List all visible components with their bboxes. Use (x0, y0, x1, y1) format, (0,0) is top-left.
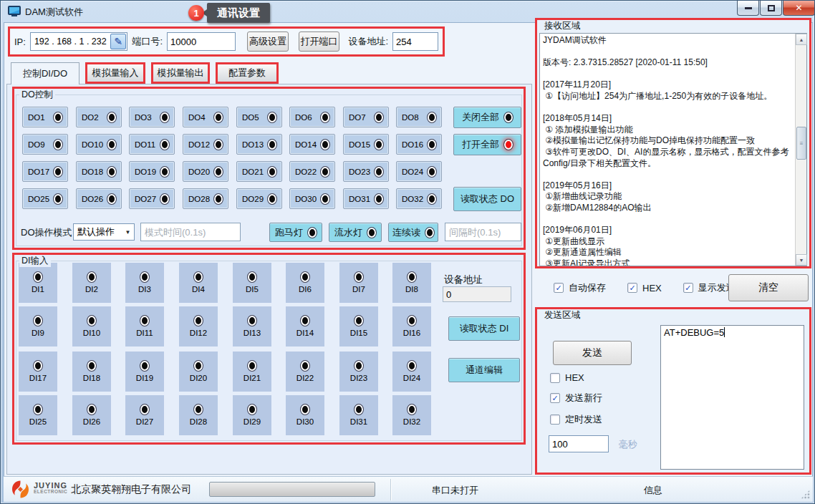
tab-control-dido[interactable]: 控制DI/DO (11, 62, 79, 84)
channel-edit-button[interactable]: 通道编辑 (448, 358, 520, 382)
checkbox-icon[interactable]: ✓ (627, 283, 637, 293)
checkbox-label: HEX (565, 372, 584, 383)
checkbox-icon[interactable]: ✓ (550, 393, 560, 403)
open-all-button[interactable]: 打开全部 (453, 134, 521, 155)
di-led-icon (248, 272, 256, 282)
port-input[interactable] (167, 32, 236, 51)
do-channel-button[interactable]: DO8 (396, 107, 442, 127)
do-led-icon (54, 194, 62, 204)
di-channel-label: DI7 (352, 285, 365, 294)
send-option-checkbox[interactable]: 定时发送 (550, 413, 602, 426)
di-channel-tile: DI22 (286, 352, 324, 392)
device-address-input[interactable] (392, 32, 438, 51)
checkbox-icon[interactable]: ✓ (683, 283, 693, 293)
do-channel-button[interactable]: DO32 (396, 188, 442, 209)
do-channel-button[interactable]: DO26 (76, 188, 122, 209)
do-led-icon (375, 194, 383, 204)
di-device-address-input[interactable] (443, 286, 511, 302)
do-channel-button[interactable]: DO18 (76, 161, 122, 182)
di-led-icon (194, 404, 203, 415)
do-channel-button[interactable]: DO24 (396, 161, 442, 182)
scroll-down-button[interactable]: ▼ (796, 254, 807, 266)
do-channel-button[interactable]: DO21 (236, 161, 282, 182)
do-channel-button[interactable]: DO14 (289, 134, 335, 155)
checkbox-icon[interactable] (550, 415, 560, 425)
flow-light-button[interactable]: 流水灯 (329, 223, 382, 242)
read-di-status-button[interactable]: 读取状态 DI (448, 316, 520, 341)
do-channel-button[interactable]: DO1 (22, 107, 68, 127)
receive-scrollbar[interactable]: ▲ ≡ ▼ (795, 34, 806, 266)
do-channel-button[interactable]: DO17 (22, 161, 68, 182)
do-channel-label: DO29 (242, 195, 264, 203)
receive-log[interactable]: JYDAM调试软件 版本号: 2.3.7315.28527 [2020-01-1… (539, 33, 807, 266)
open-all-led-icon (504, 140, 513, 150)
do-channel-button[interactable]: DO5 (236, 107, 282, 127)
do-channel-button[interactable]: DO23 (343, 161, 389, 182)
di-channel-label: DI24 (403, 374, 420, 382)
send-interval-input[interactable] (549, 435, 609, 452)
receive-option-checkbox[interactable]: ✓HEX (627, 281, 662, 294)
do-channel-button[interactable]: DO3 (129, 107, 175, 127)
do-channel-button[interactable]: DO19 (129, 161, 175, 182)
do-channel-button[interactable]: DO16 (396, 134, 442, 155)
minimize-button[interactable] (737, 1, 759, 16)
receive-option-checkbox[interactable]: ✓显示发送 (683, 281, 736, 294)
ip-input[interactable]: 192 . 168 . 1 . 232 ✎ (30, 32, 128, 51)
scrollbar-thumb[interactable]: ≡ (796, 127, 806, 160)
marquee-button[interactable]: 跑马灯 (269, 223, 322, 242)
do-channel-button[interactable]: DO9 (22, 134, 68, 155)
tab-analog-output[interactable]: 模拟量输出 (151, 62, 210, 84)
do-channel-button[interactable]: DO22 (289, 161, 335, 182)
receive-option-checkbox[interactable]: ✓自动保存 (554, 281, 606, 294)
do-channel-button[interactable]: DO11 (129, 134, 175, 155)
do-channel-button[interactable]: DO6 (289, 107, 335, 127)
maximize-button[interactable] (760, 1, 782, 16)
di-channel-label: DI17 (29, 374, 47, 382)
di-led-icon (87, 404, 96, 415)
do-channel-button[interactable]: DO30 (289, 188, 335, 209)
do-led-icon (428, 140, 436, 150)
do-channel-button[interactable]: DO20 (183, 161, 228, 182)
do-channel-button[interactable]: DO4 (183, 107, 228, 127)
do-channel-button[interactable]: DO27 (129, 188, 175, 209)
do-channel-button[interactable]: DO31 (343, 188, 389, 209)
read-do-status-button[interactable]: 读取状态 DO (453, 187, 521, 211)
do-channel-button[interactable]: DO28 (183, 188, 228, 209)
do-channel-button[interactable]: DO2 (76, 107, 122, 127)
do-channel-button[interactable]: DO12 (183, 134, 228, 155)
di-channel-tile: DI8 (392, 263, 431, 303)
do-channel-button[interactable]: DO29 (236, 188, 282, 209)
checkbox-icon[interactable]: ✓ (554, 283, 564, 293)
open-port-button[interactable]: 打开端口 (299, 32, 340, 52)
do-channel-button[interactable]: DO25 (22, 188, 68, 209)
do-channel-label: DO17 (28, 168, 49, 176)
continuous-read-button[interactable]: 连续读 (388, 223, 438, 242)
close-all-button[interactable]: 关闭全部 (453, 107, 521, 128)
edit-ip-button[interactable]: ✎ (110, 34, 126, 49)
do-channel-button[interactable]: DO15 (343, 134, 389, 155)
clear-button[interactable]: 清空 (728, 274, 809, 301)
send-textarea[interactable]: AT+DEBUG=5 (660, 325, 804, 470)
di-led-icon (140, 404, 149, 415)
do-channel-button[interactable]: DO13 (236, 134, 282, 155)
close-button[interactable]: ✕ (783, 1, 815, 16)
mode-time-input[interactable] (140, 223, 241, 241)
tab-analog-input[interactable]: 模拟量输入 (85, 62, 145, 84)
di-led-icon (408, 361, 416, 371)
checkbox-label: 自动保存 (569, 281, 606, 294)
di-channel-label: DI5 (246, 285, 259, 294)
do-channel-button[interactable]: DO7 (343, 107, 389, 127)
scroll-up-button[interactable]: ▲ (796, 34, 807, 45)
send-option-checkbox[interactable]: HEX (550, 372, 602, 383)
open-all-label: 打开全部 (462, 138, 499, 151)
do-channel-button[interactable]: DO10 (76, 134, 122, 155)
do-mode-select[interactable]: 默认操作 ▼ (73, 223, 135, 241)
send-option-checkbox[interactable]: ✓发送新行 (550, 392, 602, 404)
send-button[interactable]: 发送 (553, 341, 632, 365)
interval-time-input[interactable] (445, 223, 521, 241)
advanced-settings-button[interactable]: 高级设置 (247, 32, 289, 52)
tab-config-params[interactable]: 配置参数 (216, 62, 279, 84)
checkbox-icon[interactable] (550, 373, 560, 383)
di-led-icon (301, 316, 309, 326)
resize-grip[interactable] (801, 490, 810, 499)
